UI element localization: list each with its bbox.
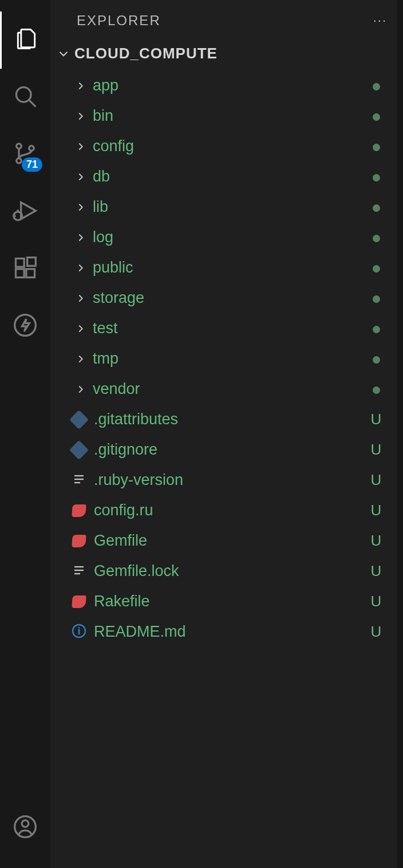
chevron-right-icon (71, 201, 90, 214)
files-icon (14, 26, 39, 54)
scm-badge: 71 (22, 157, 42, 172)
svg-text:i: i (77, 625, 80, 637)
tree-file[interactable]: .gitattributesU (50, 404, 403, 435)
tree-item-label: app (93, 77, 368, 94)
file-tree: appbinconfigdbliblogpublicstoragetesttmp… (50, 70, 403, 868)
tree-item-label: config.ru (94, 502, 368, 519)
tree-item-label: Rakefile (94, 593, 368, 610)
tree-file[interactable]: iREADME.mdU (50, 617, 403, 647)
explorer-panel: EXPLORER ··· CLOUD_COMPUTE appbinconfigd… (50, 0, 403, 868)
tree-item-label: storage (93, 289, 368, 307)
chevron-right-icon (71, 171, 90, 183)
tree-folder[interactable]: bin (50, 101, 403, 131)
activity-search[interactable] (0, 69, 50, 126)
git-status (368, 259, 385, 277)
tree-folder[interactable]: log (50, 222, 403, 252)
tree-file[interactable]: .gitignoreU (50, 435, 403, 465)
svg-rect-13 (27, 258, 36, 266)
git-status (368, 77, 385, 94)
bolt-icon (13, 313, 38, 340)
tree-item-label: public (93, 259, 368, 277)
tree-folder[interactable]: config (50, 131, 403, 161)
tree-folder[interactable]: test (50, 313, 403, 344)
activity-run-debug[interactable] (0, 183, 50, 240)
git-status (368, 350, 385, 368)
search-icon (13, 84, 38, 111)
text-icon (69, 472, 89, 488)
git-status (368, 380, 385, 398)
tree-folder[interactable]: vendor (50, 374, 403, 404)
chevron-right-icon (71, 262, 90, 274)
tree-item-label: config (93, 137, 368, 155)
activity-accounts[interactable] (0, 799, 50, 857)
git-status (368, 289, 385, 307)
tree-item-label: db (93, 168, 368, 186)
tree-file[interactable]: config.ruU (50, 495, 403, 526)
git-status: U (368, 441, 385, 459)
chevron-right-icon (71, 140, 90, 153)
tree-item-label: .gitignore (94, 441, 368, 459)
git-status (368, 107, 385, 125)
tree-item-label: test (93, 319, 368, 337)
activity-bolt[interactable] (0, 298, 50, 355)
account-icon (13, 814, 38, 842)
git-status (368, 137, 385, 155)
git-status (368, 228, 385, 246)
tree-file[interactable]: Gemfile.lockU (50, 556, 403, 586)
git-status: U (368, 623, 385, 641)
tree-item-label: Gemfile.lock (94, 562, 368, 580)
git-status: U (368, 532, 385, 550)
git-status (368, 198, 385, 216)
tree-file[interactable]: RakefileU (50, 586, 403, 617)
project-header[interactable]: CLOUD_COMPUTE (50, 39, 403, 70)
debug-icon (13, 198, 38, 226)
activity-source-control[interactable]: 71 (0, 126, 50, 183)
git-status: U (368, 562, 385, 580)
project-name: CLOUD_COMPUTE (74, 45, 218, 62)
tree-folder[interactable]: app (50, 70, 403, 101)
svg-point-3 (17, 159, 21, 163)
git-status: U (368, 502, 385, 519)
svg-point-14 (15, 315, 36, 336)
git-status (368, 168, 385, 186)
tree-item-label: README.md (94, 623, 368, 641)
chevron-right-icon (71, 80, 90, 92)
activity-explorer[interactable] (0, 11, 50, 69)
git-icon (69, 413, 89, 427)
text-icon (69, 563, 89, 579)
ruby-icon (69, 535, 89, 547)
tree-item-label: log (93, 228, 368, 246)
tree-item-label: vendor (93, 380, 368, 398)
svg-marker-5 (21, 202, 36, 219)
tree-folder[interactable]: public (50, 252, 403, 283)
svg-rect-12 (26, 269, 35, 278)
info-icon: i (69, 624, 89, 641)
git-status: U (368, 593, 385, 610)
tree-item-label: lib (93, 198, 368, 216)
tree-item-label: tmp (93, 350, 368, 368)
git-status: U (368, 471, 385, 489)
tree-file[interactable]: GemfileU (50, 526, 403, 556)
chevron-right-icon (71, 383, 90, 396)
panel-more-button[interactable]: ··· (373, 13, 387, 28)
tree-folder[interactable]: storage (50, 283, 403, 313)
extensions-icon (13, 255, 38, 283)
ruby-icon (69, 504, 89, 517)
panel-title: EXPLORER (77, 13, 161, 29)
svg-line-1 (29, 100, 35, 106)
chevron-right-icon (71, 110, 90, 123)
git-status: U (368, 411, 385, 428)
tree-folder[interactable]: db (50, 161, 403, 192)
tree-folder[interactable]: tmp (50, 344, 403, 374)
tree-file[interactable]: .ruby-versionU (50, 465, 403, 495)
activity-bar: 71 (0, 0, 50, 868)
svg-rect-11 (16, 269, 25, 278)
chevron-right-icon (71, 322, 90, 335)
tree-item-label: bin (93, 107, 368, 125)
activity-extensions[interactable] (0, 240, 50, 298)
git-icon (69, 443, 89, 457)
tree-item-label: Gemfile (94, 532, 368, 550)
svg-point-16 (22, 820, 29, 827)
svg-point-0 (16, 87, 31, 102)
tree-folder[interactable]: lib (50, 192, 403, 222)
